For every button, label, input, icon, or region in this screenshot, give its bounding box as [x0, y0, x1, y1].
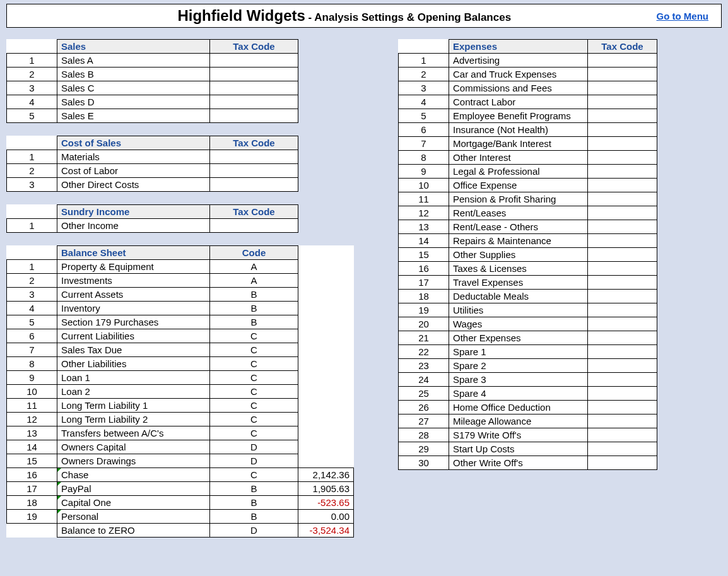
row-code[interactable] — [588, 151, 657, 165]
row-code[interactable]: D — [210, 454, 298, 468]
go-to-menu-link[interactable]: Go to Menu — [657, 11, 709, 21]
row-value[interactable] — [298, 399, 354, 413]
row-name[interactable]: Insurance (Not Health) — [449, 123, 588, 137]
row-name[interactable]: PayPal — [57, 482, 210, 496]
row-value[interactable] — [298, 260, 354, 274]
row-name[interactable]: Taxes & Licenses — [449, 262, 588, 276]
row-name[interactable]: Start Up Costs — [449, 442, 588, 456]
row-value[interactable] — [298, 302, 354, 315]
row-name[interactable]: Contract Labor — [449, 95, 588, 109]
row-name[interactable]: Legal & Professional — [449, 165, 588, 179]
row-code[interactable] — [210, 109, 298, 123]
row-code[interactable] — [588, 206, 657, 220]
row-name[interactable]: Spare 1 — [449, 345, 588, 359]
row-value[interactable] — [298, 454, 354, 468]
row-code[interactable] — [210, 54, 298, 68]
row-name[interactable]: Repairs & Maintenance — [449, 234, 588, 248]
row-name[interactable]: Mileage Allowance — [449, 414, 588, 428]
row-code[interactable] — [210, 95, 298, 109]
row-name[interactable]: Owners Capital — [57, 440, 210, 454]
row-code[interactable] — [588, 248, 657, 262]
row-name[interactable]: Wages — [449, 317, 588, 331]
row-name[interactable]: Cost of Labor — [57, 164, 210, 178]
row-name[interactable]: Pension & Profit Sharing — [449, 192, 588, 206]
row-code[interactable]: C — [210, 426, 298, 440]
row-name[interactable]: Other Interest — [449, 151, 588, 165]
row-code[interactable] — [588, 456, 657, 470]
row-code[interactable] — [588, 179, 657, 192]
row-code[interactable]: D — [210, 524, 298, 538]
row-code[interactable] — [588, 109, 657, 123]
row-value[interactable] — [298, 329, 354, 343]
row-name[interactable]: Balance to ZERO — [57, 524, 210, 538]
row-code[interactable] — [588, 359, 657, 373]
row-code[interactable] — [588, 442, 657, 456]
row-code[interactable]: B — [210, 302, 298, 315]
row-code[interactable] — [588, 137, 657, 151]
row-value[interactable] — [298, 288, 354, 302]
row-value[interactable] — [298, 413, 354, 426]
row-name[interactable]: Current Assets — [57, 288, 210, 302]
row-code[interactable] — [210, 219, 298, 233]
row-code[interactable] — [588, 303, 657, 317]
row-code[interactable] — [588, 401, 657, 414]
row-code[interactable]: B — [210, 315, 298, 329]
row-code[interactable] — [588, 276, 657, 290]
row-code[interactable]: B — [210, 482, 298, 496]
row-code[interactable] — [588, 123, 657, 137]
row-code[interactable] — [210, 150, 298, 164]
row-code[interactable] — [588, 220, 657, 234]
row-name[interactable]: Advertising — [449, 54, 588, 68]
row-code[interactable]: C — [210, 371, 298, 385]
row-code[interactable] — [588, 331, 657, 345]
row-name[interactable]: Other Income — [57, 219, 210, 233]
row-code[interactable] — [588, 81, 657, 95]
row-name[interactable]: Rent/Leases — [449, 206, 588, 220]
row-code[interactable] — [588, 165, 657, 179]
row-name[interactable]: Deductable Meals — [449, 290, 588, 303]
row-code[interactable]: C — [210, 329, 298, 343]
row-code[interactable] — [588, 262, 657, 276]
row-value[interactable] — [298, 357, 354, 371]
row-code[interactable]: B — [210, 288, 298, 302]
row-code[interactable] — [588, 234, 657, 248]
row-code[interactable]: D — [210, 440, 298, 454]
row-name[interactable]: Other Direct Costs — [57, 178, 210, 192]
row-name[interactable]: Travel Expenses — [449, 276, 588, 290]
row-code[interactable] — [588, 68, 657, 81]
row-name[interactable]: Property & Equipment — [57, 260, 210, 274]
row-name[interactable]: Transfers between A/C's — [57, 426, 210, 440]
row-code[interactable]: C — [210, 357, 298, 371]
row-code[interactable]: A — [210, 260, 298, 274]
row-code[interactable] — [588, 317, 657, 331]
row-name[interactable]: Personal — [57, 510, 210, 524]
row-code[interactable]: C — [210, 413, 298, 426]
row-code[interactable]: C — [210, 399, 298, 413]
row-code[interactable] — [210, 81, 298, 95]
row-code[interactable] — [210, 164, 298, 178]
row-code[interactable] — [588, 428, 657, 442]
row-name[interactable]: Mortgage/Bank Interest — [449, 137, 588, 151]
row-value[interactable] — [298, 315, 354, 329]
row-code[interactable] — [588, 290, 657, 303]
row-name[interactable]: Home Office Deduction — [449, 401, 588, 414]
row-name[interactable]: Sales Tax Due — [57, 343, 210, 357]
row-code[interactable]: A — [210, 274, 298, 288]
row-name[interactable]: Materials — [57, 150, 210, 164]
row-code[interactable] — [588, 387, 657, 401]
row-name[interactable]: Utilities — [449, 303, 588, 317]
row-code[interactable] — [588, 345, 657, 359]
row-code[interactable]: B — [210, 510, 298, 524]
row-name[interactable]: Car and Truck Expenses — [449, 68, 588, 81]
row-value[interactable]: -3,524.34 — [298, 524, 354, 538]
row-name[interactable]: Employee Benefit Programs — [449, 109, 588, 123]
row-value[interactable] — [298, 385, 354, 399]
row-value[interactable]: 1,905.63 — [298, 482, 354, 496]
row-code[interactable] — [588, 192, 657, 206]
row-name[interactable]: Chase — [57, 468, 210, 482]
row-value[interactable] — [298, 343, 354, 357]
row-code[interactable] — [588, 54, 657, 68]
row-code[interactable]: C — [210, 343, 298, 357]
row-code[interactable] — [210, 68, 298, 81]
row-code[interactable]: C — [210, 468, 298, 482]
